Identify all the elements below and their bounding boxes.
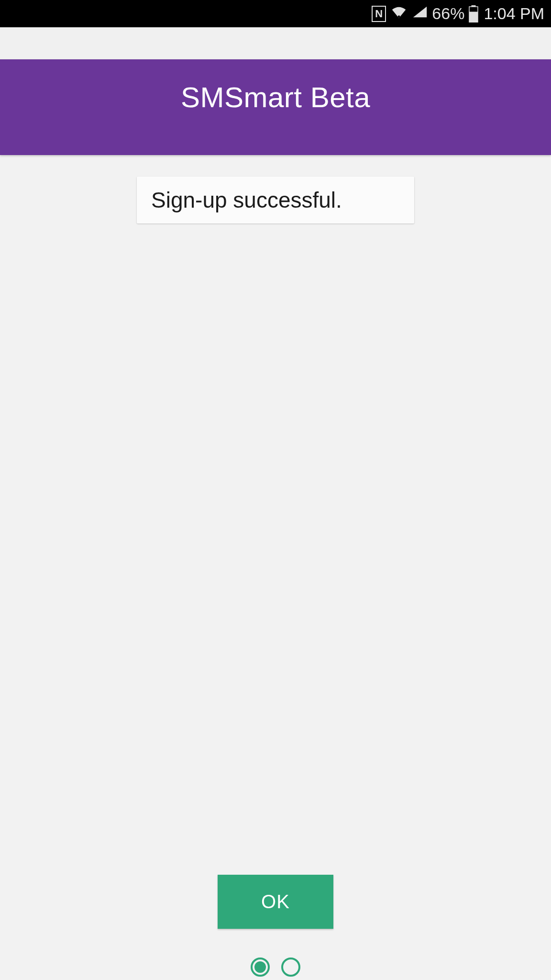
battery-icon: [468, 5, 479, 22]
page-dot-active[interactable]: [251, 958, 270, 977]
ok-button[interactable]: OK: [218, 875, 333, 929]
app-content: SMSmart Beta Sign-up successful. OK: [0, 59, 551, 980]
page-dot-inactive[interactable]: [281, 958, 300, 977]
app-header: SMSmart Beta: [0, 59, 551, 155]
message-card: Sign-up successful.: [137, 177, 414, 223]
page-indicator: [251, 958, 300, 977]
app-title: SMSmart Beta: [181, 81, 370, 114]
svg-rect-3: [469, 11, 478, 22]
nfc-icon: [372, 6, 386, 22]
message-text: Sign-up successful.: [151, 187, 400, 213]
battery-percent: 66%: [432, 4, 464, 23]
wifi-icon: [390, 4, 408, 24]
status-bar: 66% 1:04 PM: [0, 0, 551, 27]
status-time: 1:04 PM: [484, 4, 544, 23]
signal-icon: [412, 4, 428, 23]
